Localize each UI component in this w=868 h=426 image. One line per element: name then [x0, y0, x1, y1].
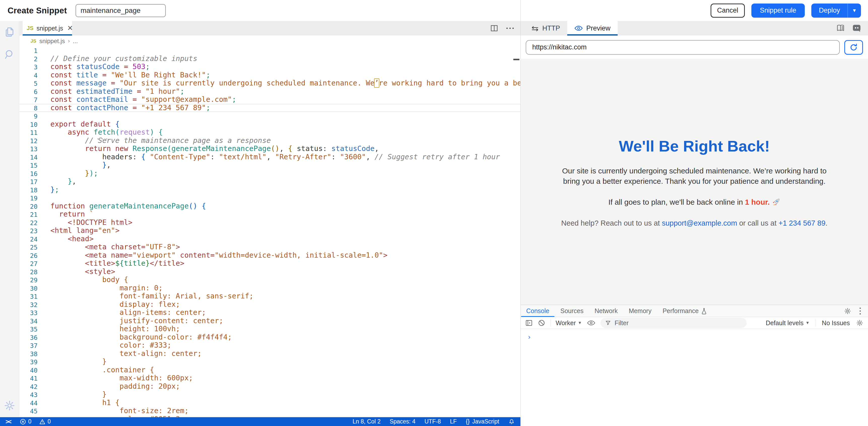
code-line[interactable]: 44 h1 { — [20, 399, 520, 407]
code-line[interactable]: 15 }, — [20, 161, 520, 169]
refresh-button[interactable] — [844, 40, 863, 55]
close-tab-icon[interactable]: ✕ — [67, 25, 73, 32]
breadcrumb[interactable]: JS snippet.js › ... — [20, 35, 520, 47]
devtools-tab-memory[interactable]: Memory — [623, 305, 657, 317]
code-line[interactable]: 27 <title>${title}</title> — [20, 259, 520, 268]
breadcrumb-more[interactable]: ... — [73, 37, 78, 45]
devtools-tab-console[interactable]: Console — [521, 305, 555, 317]
cursor-position[interactable]: Ln 8, Col 2 — [353, 418, 381, 425]
tab-preview[interactable]: Preview — [567, 21, 618, 35]
code-line[interactable]: 28 <style> — [20, 268, 520, 276]
more-actions-icon[interactable] — [506, 27, 514, 29]
console-filter-input[interactable]: Filter — [600, 318, 747, 328]
code-line[interactable]: 1 — [20, 47, 520, 55]
code-line[interactable]: 31 font-family: Arial, sans-serif; — [20, 292, 520, 301]
console-prompt[interactable]: › — [521, 329, 868, 341]
code-line[interactable]: 9 — [20, 112, 520, 120]
code-line[interactable]: 5const message = "Our site is currently … — [20, 79, 520, 87]
code-lines[interactable]: 12// Define your customizable inputs3con… — [20, 47, 520, 417]
tab-http[interactable]: HTTP — [524, 21, 567, 35]
code-line[interactable]: 45 font-size: 2rem; — [20, 407, 520, 415]
support-email-link[interactable]: support@example.com — [662, 219, 737, 227]
phone-link[interactable]: +1 234 567 89 — [779, 219, 826, 227]
code-line[interactable]: 7const contactEmail = "support@example.c… — [20, 95, 520, 104]
code-line[interactable]: 12 // Serve the maintenance page as a re… — [20, 137, 520, 145]
deploy-dropdown-caret-icon[interactable]: ▼ — [847, 3, 861, 18]
code-line[interactable]: 42 padding: 20px; — [20, 382, 520, 391]
code-line[interactable]: 14 headers: { "Content-Type": "text/html… — [20, 153, 520, 161]
console-sidebar-toggle-icon[interactable] — [525, 319, 533, 327]
code-line[interactable]: 40 .container { — [20, 366, 520, 374]
code-line[interactable]: 30 margin: 0; — [20, 284, 520, 292]
devtools-tab-sources[interactable]: Sources — [555, 305, 589, 317]
code-line[interactable]: 10export default { — [20, 120, 520, 129]
files-icon[interactable] — [4, 26, 16, 37]
code-line[interactable]: 32 display: flex; — [20, 301, 520, 309]
code-line[interactable]: 26 <meta name="viewport" content="width=… — [20, 251, 520, 260]
live-expression-eye-icon[interactable] — [587, 320, 595, 326]
deploy-split-button[interactable]: Deploy ▼ — [811, 3, 861, 18]
code-line[interactable]: 8const contactPhone = "+1 234 567 89"; — [20, 104, 520, 112]
code-line[interactable]: 46 color: #0051c3; — [20, 415, 520, 418]
code-line[interactable]: 17 }, — [20, 177, 520, 186]
issues-counter[interactable]: No Issues — [822, 319, 850, 327]
code-line[interactable]: 29 body { — [20, 276, 520, 284]
console-settings-gear-icon[interactable] — [856, 319, 864, 327]
active-tab-underline — [567, 34, 618, 35]
code-line[interactable]: 25 <meta charset="UTF-8"> — [20, 243, 520, 251]
devtools-tab-performance[interactable]: Performance — [657, 305, 712, 317]
flask-icon — [701, 308, 707, 314]
problems-warnings[interactable]: 0 — [39, 418, 51, 425]
code-line[interactable]: 33 align-items: center; — [20, 309, 520, 317]
context-selector[interactable]: Worker▼ — [556, 319, 582, 327]
docs-book-icon[interactable] — [836, 24, 845, 32]
code-line[interactable]: 34 justify-content: center; — [20, 317, 520, 325]
code-line[interactable]: 4const title = "We'll Be Right Back!"; — [20, 71, 520, 79]
deploy-button[interactable]: Deploy — [811, 3, 847, 18]
code-line[interactable]: 2// Define your customizable inputs — [20, 55, 520, 63]
code-line[interactable]: 18}; — [20, 186, 520, 194]
code-line[interactable]: 3const statusCode = 503; — [20, 63, 520, 71]
devtools-tab-network[interactable]: Network — [589, 305, 623, 317]
problems-errors[interactable]: 0 — [20, 418, 31, 425]
clear-console-icon[interactable] — [538, 319, 545, 327]
code-line[interactable]: 16 }); — [20, 169, 520, 178]
code-line[interactable]: 36 background-color: #f4f4f4; — [20, 333, 520, 342]
remote-indicator-icon[interactable]: >< — [5, 418, 10, 425]
code-line[interactable]: 23<html lang="en"> — [20, 227, 520, 235]
discord-icon[interactable] — [852, 24, 862, 33]
devtools-kebab-menu-icon[interactable] — [859, 307, 862, 315]
code-line[interactable]: 13 return new Response(generateMaintenan… — [20, 145, 520, 153]
snippet-name-input[interactable] — [75, 4, 166, 17]
cancel-button[interactable]: Cancel — [711, 3, 745, 18]
preview-url-input[interactable] — [526, 40, 840, 55]
code-line[interactable]: 39 } — [20, 358, 520, 366]
code-line[interactable]: 19 — [20, 194, 520, 202]
code-line[interactable]: 11 async fetch(request) { — [20, 128, 520, 137]
code-line[interactable]: 35 height: 100vh; — [20, 325, 520, 333]
notifications-bell-icon[interactable] — [508, 419, 515, 425]
divider — [550, 319, 551, 326]
code-line[interactable]: 37 color: #333; — [20, 341, 520, 350]
devtools-settings-gear-icon[interactable] — [844, 307, 851, 315]
code-line[interactable]: 41 max-width: 600px; — [20, 374, 520, 382]
code-line[interactable]: 38 text-align: center; — [20, 350, 520, 358]
eol-sequence[interactable]: LF — [450, 418, 457, 425]
snippet-rule-button[interactable]: Snippet rule — [751, 3, 805, 18]
search-icon[interactable] — [4, 49, 16, 60]
code-line[interactable]: 20function generateMaintenancePage() { — [20, 202, 520, 210]
code-line[interactable]: 22 <!DOCTYPE html> — [20, 219, 520, 227]
code-line[interactable]: 21 return ` — [20, 210, 520, 219]
log-levels-dropdown[interactable]: Default levels▼ — [766, 319, 810, 327]
indentation[interactable]: Spaces: 4 — [390, 418, 415, 425]
language-mode[interactable]: {}JavaScript — [466, 418, 499, 425]
code-line[interactable]: 43 } — [20, 391, 520, 399]
preview-message: Our site is currently undergoing schedul… — [562, 166, 827, 186]
tab-snippet-js[interactable]: JS snippet.js ✕ — [23, 21, 72, 35]
encoding[interactable]: UTF-8 — [425, 418, 441, 425]
code-line[interactable]: 24 <head> — [20, 235, 520, 243]
settings-gear-icon[interactable] — [3, 400, 16, 411]
code-line[interactable]: 6const estimatedTime = "1 hour"; — [20, 87, 520, 96]
split-editor-icon[interactable] — [490, 24, 498, 32]
breadcrumb-file[interactable]: snippet.js — [39, 37, 65, 45]
